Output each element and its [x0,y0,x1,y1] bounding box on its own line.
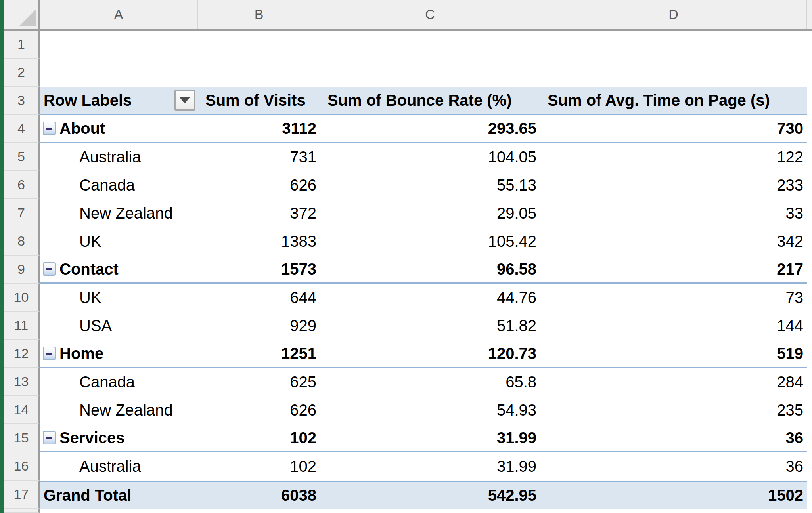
row-number-header[interactable]: 4 [4,115,40,143]
avg-time-cell[interactable]: 235 [540,396,807,424]
bounce-rate-cell[interactable]: 31.99 [320,424,540,451]
visits-cell[interactable]: 731 [198,143,320,171]
bounce-rate-cell[interactable]: 542.95 [320,482,540,509]
bounce-rate-cell[interactable]: 104.05 [320,143,540,171]
row-label-cell[interactable]: About [40,115,198,142]
row-number-header[interactable]: 9 [4,256,40,284]
column-header-d[interactable]: D [540,0,807,29]
column-header-a[interactable]: A [40,0,198,29]
avg-time-cell[interactable]: 122 [540,143,807,171]
row-number-header[interactable]: 3 [4,87,40,115]
bounce-rate-cell[interactable]: 54.93 [320,396,540,424]
row-number-header[interactable]: 1 [4,31,40,59]
row-number-header[interactable]: 8 [4,227,40,256]
bounce-rate-cell[interactable]: Sum of Bounce Rate (%) [320,87,540,114]
row-label-cell[interactable]: Contact [40,256,198,282]
avg-time-cell[interactable]: 342 [540,227,807,256]
row-label-cell[interactable]: New Zealand [40,199,198,227]
row-number-header[interactable]: 2 [4,59,40,87]
row-label-cell[interactable]: New Zealand [40,396,198,424]
visits-cell[interactable]: 1573 [198,256,320,282]
bounce-rate-cell[interactable]: 120.73 [320,340,540,367]
collapse-button[interactable] [43,347,56,360]
collapse-button[interactable] [43,262,56,276]
table-row: 2 [4,59,812,87]
visits-cell[interactable] [198,31,320,59]
avg-time-cell[interactable] [540,59,807,87]
row-number-header[interactable]: 15 [4,424,40,452]
bounce-rate-cell[interactable]: 96.58 [320,256,540,282]
select-all-corner[interactable] [4,0,40,29]
visits-cell[interactable]: 929 [198,312,320,340]
visits-cell[interactable]: 1383 [198,227,320,256]
row-label-text: USA [79,317,112,335]
row-number-header[interactable]: 7 [4,199,40,227]
bounce-rate-cell[interactable]: 29.05 [320,199,540,227]
avg-time-cell[interactable] [540,31,807,59]
row-label-cell[interactable] [40,59,198,87]
row-label-cell[interactable]: Australia [40,452,198,481]
row-label-cell[interactable]: Grand Total [40,482,198,509]
bounce-rate-cell[interactable] [320,31,540,59]
row-label-cell[interactable]: Canada [40,171,198,199]
row-number-header[interactable]: 5 [4,143,40,171]
visits-cell[interactable]: 1251 [198,340,320,367]
visits-cell[interactable]: 372 [198,199,320,227]
bounce-rate-cell[interactable]: 105.42 [320,227,540,256]
visits-cell[interactable]: 102 [198,424,320,451]
row-label-cell[interactable]: Australia [40,143,198,171]
excel-worksheet: ABCD 1 2 [0,0,812,513]
row-label-cell[interactable]: Canada [40,368,198,396]
bounce-rate-cell[interactable]: 65.8 [320,368,540,396]
row-labels-filter-button[interactable] [174,90,195,111]
row-number-header[interactable]: 10 [4,284,40,312]
row-number-header[interactable]: 14 [4,396,40,424]
row-label-cell[interactable] [40,31,198,59]
avg-time-cell[interactable]: 233 [540,171,807,199]
visits-cell[interactable] [198,59,320,87]
avg-time-cell[interactable]: 1502 [540,482,807,509]
bounce-rate-cell[interactable]: 293.65 [320,115,540,142]
bounce-rate-cell[interactable]: 31.99 [320,452,540,481]
avg-time-cell[interactable]: 144 [540,312,807,340]
avg-time-cell[interactable]: 217 [540,256,807,282]
visits-cell[interactable]: Sum of Visits [198,87,320,114]
collapse-button[interactable] [43,122,56,135]
avg-time-cell[interactable]: 73 [540,284,807,312]
row-label-cell[interactable]: USA [40,312,198,340]
row-label-cell[interactable]: UK [40,227,198,256]
visits-cell[interactable]: 6038 [198,482,320,509]
visits-cell[interactable]: 644 [198,284,320,312]
row-number-header[interactable]: 6 [4,171,40,199]
visits-cell[interactable]: 626 [198,396,320,424]
bounce-rate-cell[interactable]: 44.76 [320,284,540,312]
avg-time-cell[interactable]: 519 [540,340,807,367]
visits-cell[interactable]: 626 [198,171,320,199]
row-number-header[interactable]: 11 [4,312,40,340]
row-number-header[interactable] [4,509,40,513]
row-filler [807,171,812,199]
row-number-header[interactable]: 12 [4,340,40,368]
visits-cell[interactable]: 102 [198,452,320,481]
bounce-rate-cell[interactable]: 55.13 [320,171,540,199]
row-label-cell[interactable]: Services [40,424,198,451]
avg-time-cell[interactable]: Sum of Avg. Time on Page (s) [540,87,807,114]
row-number-header[interactable]: 16 [4,452,40,481]
bounce-rate-cell[interactable] [320,59,540,87]
avg-time-cell[interactable]: 36 [540,424,807,451]
row-number-header[interactable]: 13 [4,368,40,396]
avg-time-cell[interactable]: 730 [540,115,807,142]
column-header-b[interactable]: B [198,0,320,29]
avg-time-cell[interactable]: 33 [540,199,807,227]
row-label-cell[interactable]: Home [40,340,198,367]
row-number-header[interactable]: 17 [4,481,40,509]
visits-cell[interactable]: 625 [198,368,320,396]
bounce-rate-cell[interactable]: 51.82 [320,312,540,340]
column-header-c[interactable]: C [320,0,540,29]
visits-cell[interactable]: 3112 [198,115,320,142]
collapse-button[interactable] [43,431,56,444]
avg-time-cell[interactable]: 36 [540,452,807,481]
row-label-cell[interactable]: UK [40,284,198,312]
row-label-cell[interactable]: Row Labels [40,87,198,114]
avg-time-cell[interactable]: 284 [540,368,807,396]
